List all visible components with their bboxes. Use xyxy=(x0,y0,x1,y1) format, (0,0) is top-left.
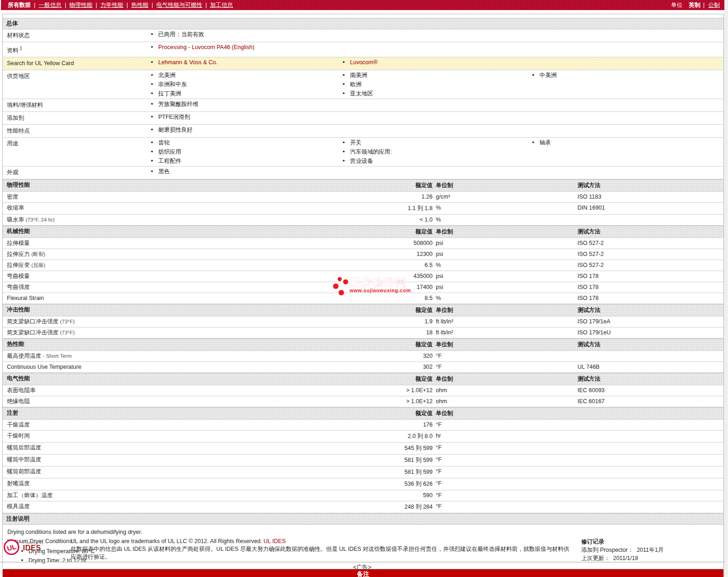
bullet-icon: • xyxy=(151,71,158,80)
value-text: 耐磨损性良好 xyxy=(158,125,193,134)
table-row: 填料/增强材料•芳族聚酰胺纤维 xyxy=(3,99,723,112)
property-sections: 物理性能额定值单位制测试方法密度1.26g/cm³ISO 1183收缩率1.1 … xyxy=(3,179,723,513)
nav-tab-6[interactable]: 电气性能与可燃性 xyxy=(156,1,202,9)
revision-updated: 上次更新： 2011/1/18 xyxy=(581,554,719,562)
row-test-method: IEC 60093 xyxy=(577,385,723,396)
row-value: 508000 xyxy=(283,238,433,249)
ides-brand: Powered by IDES xyxy=(23,539,44,550)
row-value: 2.0 到 8.0 xyxy=(283,431,433,442)
table-row: 材料状态•已商用：当前有效 xyxy=(3,29,723,42)
nav-tab-5[interactable]: 热性能 xyxy=(131,1,149,9)
table-row: 加工（熔体）温度590°F xyxy=(3,490,723,501)
list-item[interactable]: •Processing - Luvocom PA46 (English) xyxy=(148,43,340,52)
value-text: 中美洲 xyxy=(539,71,557,80)
row-value-column: •已商用：当前有效 xyxy=(148,30,340,41)
table-row: 最高使用温度 - Short Term320°F xyxy=(3,351,723,362)
row-label: 弯曲模量 xyxy=(3,271,283,282)
row-unit: psi xyxy=(433,238,577,249)
revision-title: 修订记录 xyxy=(581,538,719,546)
row-value-column: •齿轮•纺织应用•工程配件 xyxy=(148,138,340,166)
unit-switcher: 单位 英制 | 公制 xyxy=(671,1,720,9)
datasheet-table: 总体 材料状态•已商用：当前有效资料 1•Processing - Luvoco… xyxy=(2,14,724,577)
revision-added: 添加到 Prospector： 2011年1月 xyxy=(581,546,719,554)
row-label: 收缩率 xyxy=(3,203,283,214)
nav-tab-2[interactable]: 一般信息 xyxy=(39,1,61,9)
row-value: 302 xyxy=(283,362,433,372)
row-label: 表面电阻率 xyxy=(3,385,283,396)
value-text: 开关 xyxy=(350,138,361,147)
row-label: 密度 xyxy=(3,192,283,202)
row-unit: °F xyxy=(433,501,577,513)
nav-tab-7[interactable]: 加工信息 xyxy=(210,1,233,9)
row-value: > 1.0E+12 xyxy=(283,396,433,407)
column-header-method: 测试方法 xyxy=(577,180,723,191)
table-row: 资料 1•Processing - Luvocom PA46 (English) xyxy=(3,42,723,57)
row-test-method xyxy=(577,443,723,454)
row-value-column: •中美洲 xyxy=(529,71,723,98)
column-header-unit: 单位制 xyxy=(433,180,577,191)
list-item: •芳族聚酰胺纤维 xyxy=(148,100,340,109)
row-value-column xyxy=(529,30,723,41)
row-unit: psi xyxy=(433,282,577,293)
unit-metric-link[interactable]: 公制 xyxy=(708,1,720,9)
row-value-column: •Lehmann & Voss & Co. xyxy=(148,58,340,69)
row-unit: °F xyxy=(433,362,577,372)
value-text: 南美洲 xyxy=(350,71,367,80)
row-label: 螺筒中部温度 xyxy=(3,455,283,466)
bullet-icon: • xyxy=(343,89,350,98)
list-item[interactable]: •Luvocom® xyxy=(340,58,529,67)
nav-tab-3[interactable]: 物理性能 xyxy=(70,1,93,9)
list-item: •营业设备 xyxy=(340,156,529,166)
value-text: PTFE润滑剂 xyxy=(158,112,190,122)
ul-ides-link[interactable]: UL IDES xyxy=(264,538,286,544)
value-text: 纺织应用 xyxy=(158,147,181,156)
column-header-unit: 单位制 xyxy=(433,226,577,238)
nav-tab-4[interactable]: 力学性能 xyxy=(100,1,123,9)
bullet-icon: • xyxy=(151,156,158,166)
table-row: 添加剂•PTFE润滑剂 xyxy=(3,112,723,125)
row-value-column: •黑色 xyxy=(148,167,340,178)
ides-label: IDES xyxy=(23,545,44,550)
nav-tab-1[interactable]: 所有数据 xyxy=(8,1,31,9)
column-header-unit: 单位制 xyxy=(433,339,577,350)
value-text: 亚太地区 xyxy=(350,89,373,98)
row-value: 6.5 xyxy=(283,260,433,271)
ul-ides-logo: UL Powered by IDES xyxy=(4,538,71,562)
value-text: 欧洲 xyxy=(350,80,361,89)
section-title: 冲击性能 xyxy=(3,305,283,316)
row-test-method: ISO 178 xyxy=(577,271,723,282)
vertical-scrollbar[interactable] xyxy=(724,0,728,577)
table-row: 性能特点•耐磨损性良好 xyxy=(3,125,723,138)
row-unit: ft·lb/in² xyxy=(433,327,577,338)
row-value: 435000 xyxy=(283,271,433,282)
copyright-text: UL and the UL logo are trademarks of UL … xyxy=(71,538,262,544)
row-label-note: (73°F, 24 hr) xyxy=(24,217,55,222)
row-value: 8.5 xyxy=(283,293,433,304)
row-test-method: ISO 527-2 xyxy=(577,260,723,271)
row-test-method: ISO 179/1eA xyxy=(577,316,723,327)
bullet-icon: • xyxy=(343,156,350,166)
row-label: 绝缘电阻 xyxy=(3,396,283,407)
row-unit: °F xyxy=(433,443,577,454)
row-value-column: •南美洲•欧洲•亚太地区 xyxy=(340,71,529,98)
table-row: Continuous Use Temperature302°FUL 746B xyxy=(3,362,723,373)
footnote-ref: 1 xyxy=(18,46,22,51)
section-header: 物理性能额定值单位制测试方法 xyxy=(3,179,723,192)
copyright-line: UL and the UL logo are trademarks of UL … xyxy=(71,538,573,545)
column-header-unit: 单位制 xyxy=(433,373,577,385)
table-row: 拉伸应力 (断裂)12300psiISO 527-2 xyxy=(3,249,723,260)
row-unit: °F xyxy=(433,420,577,430)
section-title: 机械性能 xyxy=(3,226,283,238)
list-item[interactable]: •Lehmann & Voss & Co. xyxy=(148,58,340,67)
section-title: 注射 xyxy=(3,408,283,419)
row-unit: % xyxy=(433,215,577,225)
row-value: > 1.0E+12 xyxy=(283,385,433,396)
ad-placeholder: <广告> xyxy=(0,564,724,571)
section-header: 热性能额定值单位制测试方法 xyxy=(3,338,723,351)
row-test-method xyxy=(577,431,723,442)
list-item: •PTFE润滑剂 xyxy=(148,112,340,122)
row-label: 拉伸应力 (断裂) xyxy=(3,249,283,260)
row-unit: ft·lb/in² xyxy=(433,316,577,327)
row-value: 1.9 xyxy=(283,316,433,327)
row-test-method: ISO 178 xyxy=(577,293,723,304)
